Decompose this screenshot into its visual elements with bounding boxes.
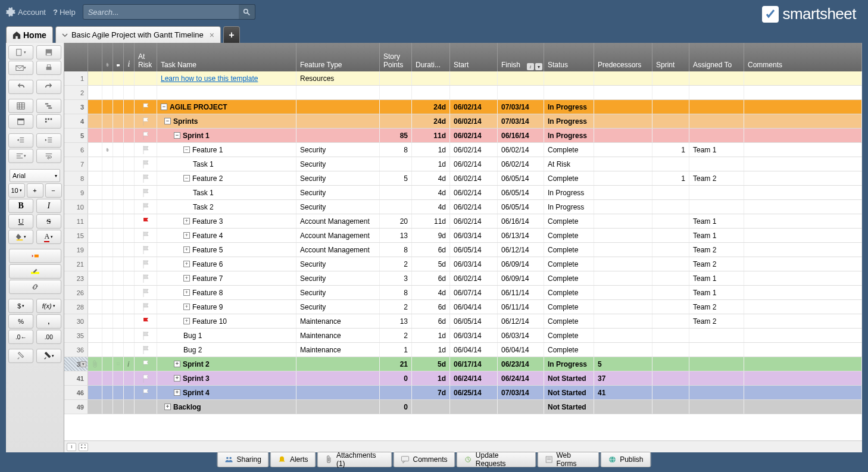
cell-task[interactable]: −Feature 2 bbox=[157, 171, 296, 185]
home-tab[interactable]: Home bbox=[6, 26, 53, 43]
cell-duration[interactable] bbox=[412, 86, 450, 99]
row-number[interactable]: 5 bbox=[64, 129, 88, 142]
cell-story[interactable]: 0 bbox=[380, 371, 412, 385]
indent-button[interactable] bbox=[36, 133, 61, 148]
cell-story[interactable]: 20 bbox=[380, 214, 412, 228]
cell-sprint[interactable] bbox=[652, 257, 689, 271]
cell-story[interactable]: 1 bbox=[380, 343, 412, 357]
cell-start[interactable]: 06/02/14 bbox=[450, 214, 498, 228]
cell-sprint[interactable]: 1 bbox=[652, 171, 689, 185]
cell-attach[interactable] bbox=[102, 114, 113, 128]
cell-feature[interactable] bbox=[296, 371, 380, 385]
col-predecessors[interactable]: Predecessors bbox=[594, 43, 652, 71]
cell-assigned[interactable]: Team 1 bbox=[689, 229, 744, 242]
table-row[interactable]: 23 +Feature 7 Security 3 6d 06/02/14 06/… bbox=[64, 271, 862, 286]
cell-sprint[interactable] bbox=[652, 71, 689, 85]
cell-feature[interactable] bbox=[296, 357, 380, 371]
sharing-tab[interactable]: Sharing bbox=[217, 452, 269, 467]
cell-status[interactable]: Complete bbox=[544, 214, 594, 228]
col-status[interactable]: Status bbox=[544, 43, 594, 71]
cell-info[interactable] bbox=[124, 329, 135, 342]
info-icon[interactable]: i bbox=[527, 63, 534, 70]
cell-info[interactable] bbox=[124, 314, 135, 328]
cell-comments[interactable] bbox=[744, 214, 862, 228]
cell-info[interactable] bbox=[124, 214, 135, 228]
conditional-format-button[interactable] bbox=[9, 249, 61, 263]
cell-predecessors[interactable] bbox=[594, 243, 652, 257]
table-row[interactable]: 46 +Sprint 4 7d 06/25/14 07/03/14 Not St… bbox=[64, 386, 862, 400]
cell-task[interactable]: Bug 2 bbox=[157, 343, 296, 357]
cell-attach[interactable] bbox=[102, 100, 113, 114]
cell-comments[interactable] bbox=[744, 271, 862, 285]
cell-info[interactable] bbox=[124, 86, 135, 99]
cell-story[interactable]: 8 bbox=[380, 286, 412, 299]
expand-toggle[interactable]: + bbox=[164, 404, 171, 410]
cell-task[interactable]: +Feature 6 bbox=[157, 257, 296, 271]
font-select[interactable]: Arial▾ bbox=[10, 169, 60, 182]
increase-decimal-button[interactable]: .00 bbox=[36, 330, 61, 344]
cell-duration[interactable]: 6d bbox=[412, 271, 450, 285]
col-rownum[interactable] bbox=[64, 43, 88, 71]
sheet-tab[interactable]: Basic Agile Project with Gantt Timeline … bbox=[55, 26, 221, 43]
expand-toggle[interactable]: + bbox=[183, 275, 190, 282]
col-finish[interactable]: Finish i▾ bbox=[498, 43, 544, 71]
cell-discussion[interactable] bbox=[113, 386, 124, 399]
table-row[interactable]: 4 −Sprints 24d 06/02/14 07/03/14 In Prog… bbox=[64, 114, 862, 129]
row-number[interactable]: 1 bbox=[64, 71, 88, 85]
cell-attach[interactable] bbox=[102, 343, 113, 357]
cell-finish[interactable] bbox=[498, 400, 544, 414]
cell-attach[interactable] bbox=[102, 86, 113, 99]
cell-finish[interactable]: 06/11/14 bbox=[498, 300, 544, 314]
cell-predecessors[interactable] bbox=[594, 71, 652, 85]
row-number[interactable]: 21 bbox=[64, 257, 88, 271]
cell-sprint[interactable] bbox=[652, 386, 689, 399]
expand-toggle[interactable]: + bbox=[183, 261, 190, 267]
cell-assigned[interactable]: Team 2 bbox=[689, 314, 744, 328]
expand-toggle[interactable]: + bbox=[174, 389, 180, 396]
cell-status[interactable]: Complete bbox=[544, 314, 594, 328]
cell-feature[interactable] bbox=[296, 114, 380, 128]
webforms-tab[interactable]: Web Forms bbox=[537, 452, 599, 467]
cell-duration[interactable]: 1d bbox=[412, 143, 450, 157]
col-attach[interactable] bbox=[102, 43, 113, 71]
cell-discussion[interactable] bbox=[113, 186, 124, 199]
cell-task[interactable] bbox=[157, 86, 296, 99]
table-row[interactable]: 26 +Feature 8 Security 8 4d 06/07/14 06/… bbox=[64, 286, 862, 300]
cell-start[interactable]: 06/25/14 bbox=[450, 386, 498, 399]
cell-discussion[interactable] bbox=[113, 171, 124, 185]
cell-duration[interactable]: 9d bbox=[412, 229, 450, 242]
grid-body[interactable]: 1 Learn how to use this template Resourc… bbox=[64, 71, 862, 440]
cell-sprint[interactable] bbox=[652, 243, 689, 257]
redo-button[interactable] bbox=[36, 80, 61, 94]
table-row[interactable]: 11 +Feature 3 Account Management 20 11d … bbox=[64, 214, 862, 229]
cell-info[interactable] bbox=[124, 271, 135, 285]
currency-button[interactable]: $▾ bbox=[8, 299, 33, 313]
cell-start[interactable]: 06/05/14 bbox=[450, 314, 498, 328]
cell-assigned[interactable] bbox=[689, 86, 744, 99]
cell-sprint[interactable] bbox=[652, 286, 689, 299]
cell-task[interactable]: +Backlog bbox=[157, 400, 296, 414]
cell-attach[interactable] bbox=[102, 271, 113, 285]
cell-attach[interactable] bbox=[102, 314, 113, 328]
cell-predecessors[interactable] bbox=[594, 271, 652, 285]
cell-start[interactable] bbox=[450, 86, 498, 99]
cell-start[interactable]: 06/02/14 bbox=[450, 186, 498, 199]
cell-story[interactable] bbox=[380, 86, 412, 99]
cell-predecessors[interactable] bbox=[594, 400, 652, 414]
cell-sprint[interactable] bbox=[652, 343, 689, 357]
cell-status[interactable]: Complete bbox=[544, 329, 594, 342]
cell-status[interactable]: Complete bbox=[544, 286, 594, 299]
cell-duration[interactable] bbox=[412, 71, 450, 85]
cell-start[interactable]: 06/03/14 bbox=[450, 229, 498, 242]
cell-feature[interactable]: Resources bbox=[296, 71, 380, 85]
cell-status[interactable]: Complete bbox=[544, 243, 594, 257]
cell-atrisk[interactable] bbox=[135, 86, 157, 99]
cell-status[interactable]: In Progress bbox=[544, 186, 594, 199]
cell-task[interactable]: −Sprint 1 bbox=[157, 129, 296, 142]
cell-attach[interactable] bbox=[102, 143, 113, 157]
cell-finish[interactable]: 07/03/14 bbox=[498, 386, 544, 399]
cell-predecessors[interactable] bbox=[594, 214, 652, 228]
cell-info[interactable] bbox=[124, 100, 135, 114]
cell-sprint[interactable] bbox=[652, 200, 689, 214]
row-number[interactable]: 26 bbox=[64, 286, 88, 299]
